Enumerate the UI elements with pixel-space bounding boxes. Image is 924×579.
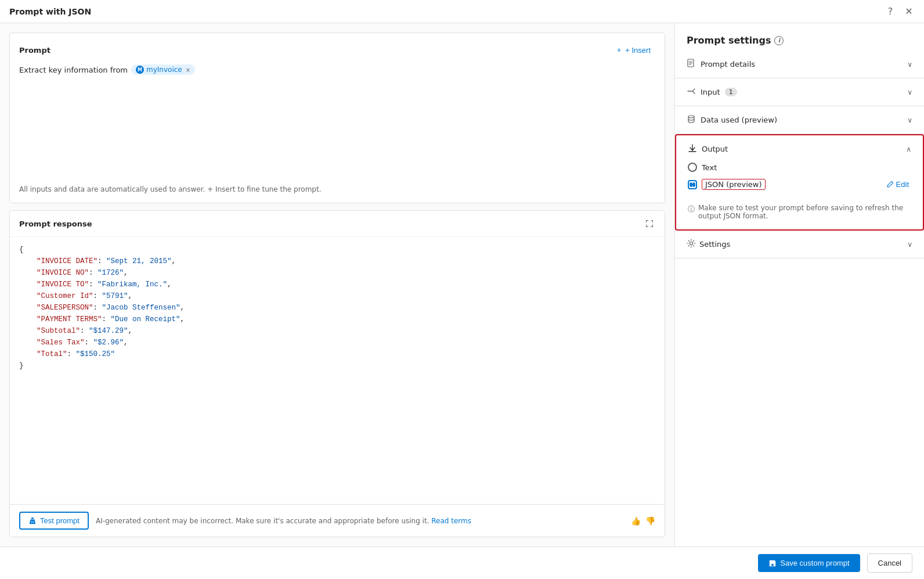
json-radio[interactable] [688,180,697,189]
insert-icon: ＋ [615,45,623,55]
accordion-settings: Settings ∨ [675,231,924,258]
accordion-prompt-details-header[interactable]: Prompt details ∨ [675,51,924,78]
json-entry-7: "Subtotal": "$147.29", [19,327,132,335]
test-icon [28,517,37,525]
svg-point-4 [688,116,694,118]
json-entry-9: "Total": "$150.25" [19,350,115,358]
prompt-chip[interactable]: M myInvoice × [131,64,195,75]
prompt-hint: All inputs and data are automatically us… [19,185,655,193]
input-label: Input [701,88,720,96]
cancel-label: Cancel [878,559,901,567]
json-entry-1: "INVOICE DATE": "Sept 21, 2015", [19,257,176,265]
settings-chevron: ∨ [907,240,912,249]
help-icon[interactable]: ? [885,6,896,17]
response-title: Prompt response [19,220,92,228]
cancel-button[interactable]: Cancel [867,553,912,573]
json-entry-2: "INVOICE NO": "1726", [19,269,128,277]
input-chevron: ∨ [907,88,912,96]
output-radio-group: Text JSON (preview) Edit [676,163,923,200]
edit-pencil-icon [886,181,894,188]
test-prompt-label: Test prompt [40,516,80,525]
settings-gear-icon [687,239,696,250]
close-icon[interactable]: ✕ [903,6,915,17]
prompt-details-chevron: ∨ [907,60,912,69]
window-footer: Save custom prompt Cancel [0,546,924,579]
prompt-prefix: Extract key information from [19,64,128,77]
json-label-highlighted: JSON (preview) [702,179,766,190]
save-button[interactable]: Save custom prompt [758,554,860,572]
edit-button[interactable]: Edit [884,178,911,191]
json-open-brace: { [19,246,24,254]
test-prompt-button[interactable]: Test prompt [19,512,89,530]
accordion-prompt-details-label: Prompt details [687,59,755,70]
output-icon [688,143,697,154]
read-terms-link[interactable]: Read terms [431,517,471,525]
right-panel-header: Prompt settings i [675,23,924,51]
json-option-row: JSON (preview) Edit [688,178,911,191]
window-title: Prompt with JSON [9,7,91,16]
text-radio-label: Text [702,163,717,172]
left-panel: Prompt ＋ + Insert Extract key informatio… [0,23,674,546]
expand-icon[interactable] [644,218,655,229]
chip-remove-icon[interactable]: × [186,67,190,73]
accordion-output-header[interactable]: Output ∧ [676,135,923,163]
thumbs-down-icon[interactable]: 👎 [645,516,655,526]
main-window: Prompt with JSON ? ✕ Prompt ＋ + Insert E… [0,0,924,579]
accordion-prompt-details: Prompt details ∨ [675,51,924,78]
data-used-chevron: ∨ [907,116,912,124]
disclaimer: AI-generated content may be incorrect. M… [96,517,624,525]
accordion-settings-header[interactable]: Settings ∨ [675,231,924,258]
json-entry-6: "PAYMENT TERMS": "Due on Receipt", [19,315,185,323]
edit-label: Edit [896,180,909,189]
titlebar-actions: ? ✕ [885,6,915,17]
accordion-settings-label: Settings [687,239,730,250]
response-section: Prompt response { "INVOICE DATE": "Sept … [9,210,665,537]
right-panel: Prompt settings i Prompt details ∨ [674,23,924,546]
data-used-label: Data used (preview) [701,116,777,124]
response-body: { "INVOICE DATE": "Sept 21, 2015", "INVO… [10,237,665,504]
response-header: Prompt response [10,211,665,237]
thumbs-up-icon[interactable]: 👍 [631,516,641,526]
accordion-input-label: Input 1 [687,87,737,98]
settings-label: Settings [699,240,730,249]
accordion-output-label: Output [688,143,728,154]
insert-label: + Insert [625,46,651,55]
prompt-details-icon [687,59,696,70]
prompt-content: Extract key information from M myInvoice… [19,64,655,181]
main-content: Prompt ＋ + Insert Extract key informatio… [0,23,924,546]
right-panel-title: Prompt settings [687,35,771,46]
accordion-input-header[interactable]: Input 1 ∨ [675,78,924,106]
titlebar: Prompt with JSON ? ✕ [0,0,924,23]
svg-point-6 [690,242,693,245]
json-option[interactable]: JSON (preview) [688,179,884,190]
data-used-icon [687,114,696,125]
prompt-section: Prompt ＋ + Insert Extract key informatio… [9,33,665,203]
prompt-details-label: Prompt details [701,60,755,69]
chip-icon: M [136,66,144,74]
accordion-data-used: Data used (preview) ∨ [675,106,924,134]
prompt-settings-info-icon[interactable]: i [774,36,784,45]
save-label: Save custom prompt [780,559,849,567]
json-entry-8: "Sales Tax": "$2.96", [19,339,128,347]
prompt-section-header: Prompt ＋ + Insert [19,42,655,57]
feedback-icons: 👍 👎 [631,516,655,526]
accordion-data-used-label: Data used (preview) [687,114,777,125]
text-radio[interactable] [688,163,697,172]
json-radio-label: JSON (preview) [702,179,766,190]
prompt-section-title: Prompt [19,46,50,55]
chip-label: myInvoice [146,66,182,74]
accordion-output: Output ∧ Text [675,134,924,231]
save-icon [768,559,777,567]
json-close-brace: } [19,362,24,370]
output-chevron: ∧ [906,145,911,153]
json-entry-3: "INVOICE TO": "Fabrikam, Inc.", [19,280,172,289]
input-badge: 1 [725,88,737,96]
notice-icon: ⓘ [688,204,695,214]
insert-button[interactable]: ＋ + Insert [611,42,655,57]
disclaimer-text: AI-generated content may be incorrect. M… [96,517,429,525]
json-notice-text: Make sure to test your prompt before sav… [698,204,911,220]
json-notice: ⓘ Make sure to test your prompt before s… [676,200,923,229]
text-option[interactable]: Text [688,163,911,172]
json-entry-4: "Customer Id": "5791", [19,292,132,300]
accordion-data-used-header[interactable]: Data used (preview) ∨ [675,106,924,134]
